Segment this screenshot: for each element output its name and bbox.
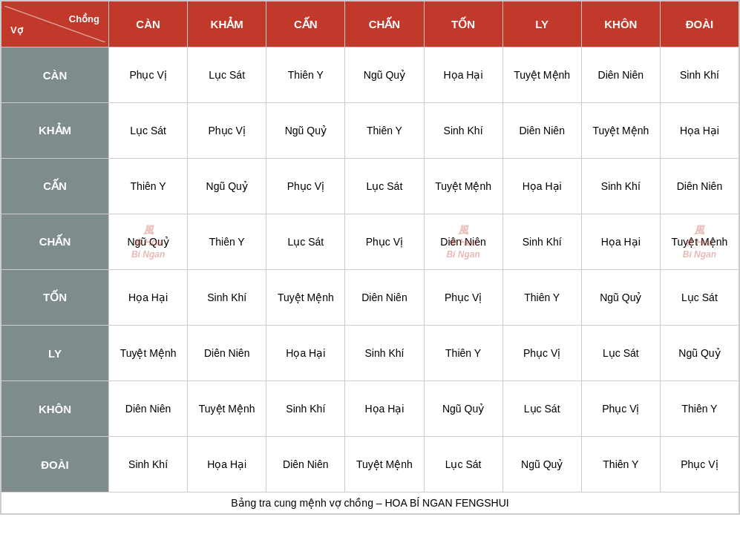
table-cell: Tuyệt Mệnh [345, 437, 424, 493]
cell-value: Sinh Khí [364, 347, 404, 359]
table-row: ĐOÀISinh KhíHọa HạiDiên NiênTuyệt MệnhLụ… [1, 437, 739, 493]
table-row: TỐNHọa HạiSinh KhíTuyệt MệnhDiên NiênPhụ… [1, 270, 739, 326]
table-cell: Họa Hại [502, 159, 581, 214]
table-row: LYTuyệt MệnhDiên NiênHọa HạiSinh KhíThiê… [1, 326, 739, 381]
cell-value: Tuyệt Mệnh [592, 125, 649, 136]
table-row: KHÔNDiên NiênTuyệt MệnhSinh KhíHọa HạiNg… [1, 381, 739, 437]
compatibility-table: Chồng Vợ CÀN KHẢM CẤN CHẤN TỐN LY KHÔN Đ… [1, 1, 739, 514]
row-header-ly: LY [1, 326, 109, 381]
table-cell: Lục Sát [109, 103, 188, 159]
table-cell: Lục Sát [502, 381, 581, 437]
table-header-row: Chồng Vợ CÀN KHẢM CẤN CHẤN TỐN LY KHÔN Đ… [1, 1, 739, 47]
table-row: CẤNThiên YNgũ QuỷPhục VịLục SátTuyệt Mện… [1, 159, 739, 214]
table-cell: Họa Hại [424, 47, 502, 103]
col-header-ton: TỐN [424, 1, 502, 47]
cell-value: Phục Vị [129, 69, 166, 81]
table-cell: Lục Sát [424, 437, 502, 493]
row-header-khn: KHÔN [1, 381, 109, 437]
table-cell: Ngũ Quỷ [188, 159, 266, 214]
row-header-cn: CÀN [1, 47, 109, 103]
table-cell: Diên Niên [109, 381, 188, 437]
cell-value: Phục Vị [602, 403, 639, 415]
cell-value: Tuyệt Mệnh [356, 458, 413, 470]
table-cell: Phục Vị [345, 214, 424, 270]
cell-value: Phục Vị [209, 125, 246, 136]
cell-value: Lục Sát [681, 291, 718, 303]
cell-value: Lục Sát [524, 403, 560, 415]
table-cell: Diên Niên [266, 437, 345, 493]
cell-value: Họa Hại [601, 236, 641, 248]
row-header-khm: KHẢM [1, 103, 109, 159]
table-cell: Diên Niên [660, 159, 739, 214]
cell-value: Lục Sát [445, 458, 482, 470]
col-header-chan: CHẤN [345, 1, 424, 47]
footer-row: Bảng tra cung mệnh vợ chồng – HOA BÍ NGA… [1, 493, 739, 514]
cell-value: Thiên Y [367, 125, 402, 136]
cell-value: Tuyệt Mệnh [435, 180, 491, 192]
row-header-oi: ĐOÀI [1, 437, 109, 493]
table-cell: Sinh Khí [424, 103, 502, 159]
cell-value: Ngũ Quỷ [364, 69, 405, 81]
col-header-kham: KHẢM [188, 1, 266, 47]
cell-value: Sinh Khí [128, 458, 168, 470]
cell-value: Thiên Y [445, 347, 481, 359]
cell-value: Ngũ Quỷ [285, 125, 327, 136]
table-cell: Phục Vị [581, 381, 660, 437]
table-cell: Thiên Y [188, 214, 266, 270]
table-cell: Ngũ Quỷ [266, 103, 345, 159]
cell-value: Tuyệt Mệnh [278, 291, 334, 303]
table-cell: Họa Hại [660, 103, 739, 159]
cell-value: Phục Vị [366, 236, 403, 248]
cell-value: Sinh Khí [601, 180, 641, 192]
cell-value: Ngũ Quỷ [206, 180, 248, 192]
cell-value: Phục Vị [681, 458, 718, 470]
col-header-ly: LY [502, 1, 581, 47]
svg-line-0 [4, 6, 105, 42]
cell-value: Họa Hại [207, 458, 246, 470]
table-cell: Tuyệt Mệnh 風 ❀ Hoa Bí Ngan [660, 214, 739, 270]
table-cell: Ngũ Quỷ [581, 270, 660, 326]
cell-value: Lục Sát [287, 236, 324, 248]
table-cell: Họa Hại [266, 326, 345, 381]
cell-value: Diên Niên [204, 347, 249, 359]
table-cell: Thiên Y [424, 326, 502, 381]
cell-value: Thiên Y [603, 458, 638, 470]
table-cell: Tuyệt Mệnh [188, 381, 266, 437]
cell-value: Phục Vị [445, 291, 482, 303]
cell-value: Ngũ Quỷ [127, 236, 168, 248]
row-header-cn: CẤN [1, 159, 109, 214]
table-cell: Ngũ Quỷ [660, 326, 739, 381]
table-cell: Tuyệt Mệnh [424, 159, 502, 214]
cell-value: Tuyệt Mệnh [120, 347, 177, 359]
table-cell: Tuyệt Mệnh [266, 270, 345, 326]
table-row: KHẢMLục SátPhục VịNgũ QuỷThiên YSinh Khí… [1, 103, 739, 159]
table-row: CHẤNNgũ Quỷ 風 ❀ Hoa Bí Ngan Thiên YLục S… [1, 214, 739, 270]
cell-value: Ngũ Quỷ [600, 291, 641, 303]
cell-value: Diên Niên [125, 403, 171, 415]
cell-value: Lục Sát [130, 125, 166, 136]
table-cell: Thiên Y [345, 103, 424, 159]
row-header-chn: CHẤN [1, 214, 109, 270]
table-cell: Họa Hại [188, 437, 266, 493]
table-cell: Ngũ Quỷ [502, 437, 581, 493]
table-cell: Thiên Y [502, 270, 581, 326]
cell-value: Diên Niên [519, 125, 564, 136]
cell-value: Thiên Y [131, 180, 166, 192]
table-cell: Thiên Y [581, 437, 660, 493]
table-cell: Lục Sát [345, 159, 424, 214]
table-cell: Lục Sát [660, 270, 739, 326]
cell-value: Sinh Khí [444, 125, 483, 136]
table-cell: Tuyệt Mệnh [109, 326, 188, 381]
cell-value: Sinh Khí [680, 69, 719, 81]
table-cell: Sinh Khí [109, 437, 188, 493]
cell-value: Thiên Y [288, 69, 324, 81]
cell-value: Họa Hại [444, 69, 483, 81]
cell-value: Thiên Y [209, 236, 245, 248]
table-cell: Ngũ Quỷ [345, 47, 424, 103]
cell-value: Sinh Khí [286, 403, 325, 415]
table-cell: Lục Sát [581, 326, 660, 381]
cell-value: Tuyệt Mệnh [199, 403, 255, 415]
cell-value: Diên Niên [598, 69, 644, 81]
table-cell: Ngũ Quỷ 風 ❀ Hoa Bí Ngan [109, 214, 188, 270]
cell-value: Tuyệt Mệnh [514, 69, 570, 81]
